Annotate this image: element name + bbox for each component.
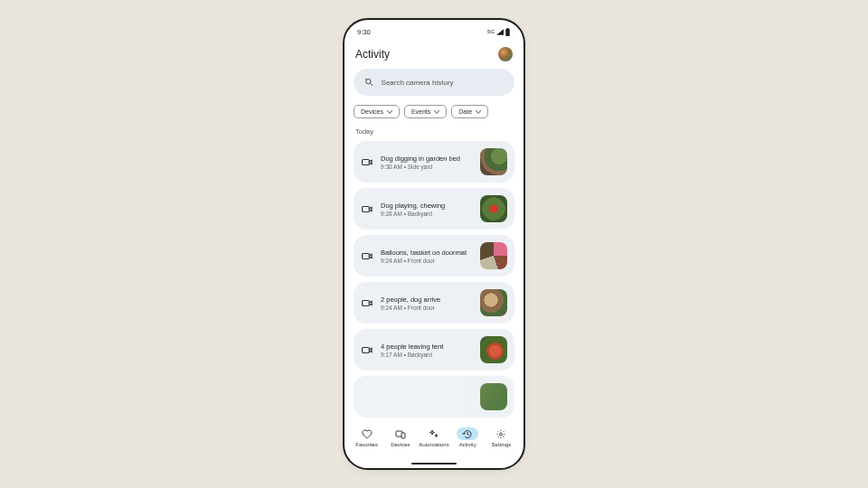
filter-chips: Devices Events Date <box>344 96 524 126</box>
nav-label: Devices <box>391 442 410 447</box>
svg-point-11 <box>500 433 503 436</box>
status-bar: 9:30 5G <box>344 20 524 40</box>
chevron-down-icon <box>476 110 481 114</box>
event-card[interactable]: Balloons, basket on doormat 9:24 AM • Fr… <box>354 235 514 277</box>
svg-rect-1 <box>506 28 508 29</box>
heart-icon <box>362 429 373 439</box>
page-title: Activity <box>355 48 390 61</box>
event-subtitle: 9:24 AM • Front door <box>381 305 473 311</box>
svg-point-2 <box>366 79 371 83</box>
nav-label: Automations <box>419 442 448 447</box>
camera-icon <box>361 346 373 354</box>
battery-icon <box>505 28 511 36</box>
search-input[interactable] <box>382 79 504 87</box>
svg-rect-6 <box>363 253 370 258</box>
svg-rect-10 <box>401 433 405 438</box>
phone-frame: 9:30 5G Activity Devices Events Date <box>343 18 525 470</box>
sparkle-icon <box>429 429 439 439</box>
nav-label: Favorites <box>355 442 378 447</box>
event-list: Dog digging in garden bed 9:30 AM • Side… <box>354 141 514 418</box>
chevron-down-icon <box>387 110 392 114</box>
svg-rect-0 <box>505 28 510 35</box>
event-title: Dog digging in garden bed <box>381 155 473 163</box>
event-card[interactable]: Dog digging in garden bed 9:30 AM • Side… <box>354 141 514 183</box>
home-indicator[interactable] <box>411 463 457 465</box>
chip-label: Events <box>411 108 430 115</box>
event-subtitle: 9:17 AM • Backyard <box>381 352 473 358</box>
filter-devices[interactable]: Devices <box>354 105 400 118</box>
event-subtitle: 9:24 AM • Front door <box>381 258 473 264</box>
chip-label: Devices <box>361 108 383 115</box>
status-network: 5G <box>487 29 495 34</box>
chip-label: Date <box>458 108 472 115</box>
camera-icon <box>361 252 373 260</box>
content: Today Dog digging in garden bed 9:30 AM … <box>344 126 524 423</box>
event-thumbnail <box>480 336 507 363</box>
devices-icon <box>395 429 406 439</box>
event-thumbnail <box>480 289 507 316</box>
nav-label: Activity <box>459 442 476 447</box>
event-title: Balloons, basket on doormat <box>381 249 473 257</box>
nav-devices[interactable]: Devices <box>383 427 417 447</box>
event-subtitle: 9:28 AM • Backyard <box>381 211 473 217</box>
event-card[interactable]: Dog playing, chewing 9:28 AM • Backyard <box>354 188 514 230</box>
nav-automations[interactable]: Automations <box>417 427 450 447</box>
header: Activity <box>344 40 524 69</box>
bottom-nav: Favorites Devices Automations Activity S… <box>344 423 524 468</box>
filter-date[interactable]: Date <box>451 105 488 118</box>
event-title: Dog playing, chewing <box>381 202 473 210</box>
svg-rect-4 <box>363 159 370 164</box>
event-thumbnail <box>480 383 507 410</box>
event-title: 4 people leaving tent <box>381 343 473 351</box>
event-card[interactable] <box>354 376 514 418</box>
event-subtitle: 9:30 AM • Side yard <box>381 164 473 170</box>
nav-label: Settings <box>492 442 512 447</box>
event-card[interactable]: 4 people leaving tent 9:17 AM • Backyard <box>354 329 514 371</box>
avatar[interactable] <box>498 47 513 61</box>
search-bar[interactable] <box>354 69 514 96</box>
search-icon <box>364 77 374 88</box>
status-time: 9:30 <box>357 28 371 36</box>
event-title: 2 people, dog arrive <box>381 296 473 304</box>
camera-icon <box>361 158 373 166</box>
signal-icon <box>496 29 504 35</box>
svg-rect-5 <box>363 206 370 211</box>
svg-line-3 <box>371 83 373 86</box>
section-label: Today <box>355 127 514 136</box>
svg-rect-7 <box>363 300 370 305</box>
gear-icon <box>495 429 506 439</box>
nav-favorites[interactable]: Favorites <box>350 427 383 447</box>
event-thumbnail <box>480 242 507 269</box>
nav-activity[interactable]: Activity <box>451 427 485 447</box>
camera-icon <box>361 205 373 213</box>
nav-settings[interactable]: Settings <box>485 427 518 447</box>
event-thumbnail <box>480 148 507 175</box>
svg-rect-8 <box>363 347 370 352</box>
status-right: 5G <box>487 28 511 36</box>
chevron-down-icon <box>434 110 439 114</box>
history-icon <box>462 429 473 439</box>
camera-icon <box>361 299 373 307</box>
filter-events[interactable]: Events <box>404 105 447 118</box>
event-card[interactable]: 2 people, dog arrive 9:24 AM • Front doo… <box>354 282 514 324</box>
event-thumbnail <box>480 195 507 222</box>
